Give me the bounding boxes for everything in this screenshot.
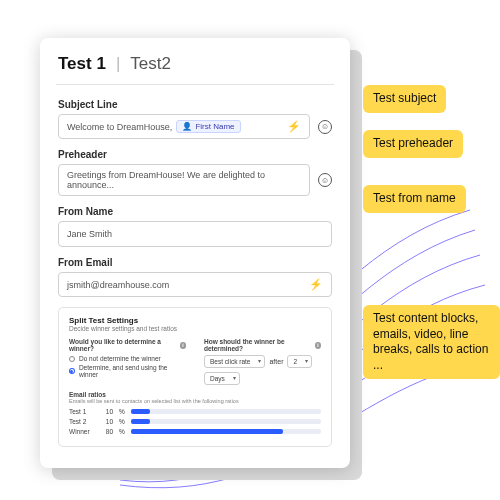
ratios-title: Email ratios — [69, 391, 321, 398]
fromname-value: Jane Smith — [67, 229, 112, 239]
after-label: after — [269, 358, 283, 365]
fromemail-input[interactable]: jsmith@dreamhouse.com ⚡ — [58, 272, 332, 297]
ratio-name: Test 1 — [69, 408, 95, 415]
tab-test2[interactable]: Test2 — [130, 54, 171, 74]
duration-unit-select[interactable]: Days — [204, 372, 240, 385]
radio-determine-winner[interactable]: Determine, and send using the winner — [69, 364, 186, 378]
split-test-settings: Split Test Settings Decide winner settin… — [58, 307, 332, 447]
radio-no-winner[interactable]: Do not determine the winner — [69, 355, 186, 362]
settings-subtitle: Decide winner settings and test ratios — [69, 325, 321, 332]
subject-input[interactable]: Welcome to DreamHouse, First Name ⚡ — [58, 114, 310, 139]
divider — [56, 84, 334, 85]
tab-test1[interactable]: Test 1 — [58, 54, 106, 74]
ratio-row: Test 110% — [69, 408, 321, 415]
annotation-fromname: Test from name — [363, 185, 466, 213]
ratio-row: Winner80% — [69, 428, 321, 435]
personalize-icon[interactable]: ⚡ — [303, 278, 323, 291]
metric-select[interactable]: Best click rate — [204, 355, 265, 368]
ratios-subtitle: Emails will be sent to contacts on selec… — [69, 398, 321, 404]
emoji-picker-icon[interactable] — [318, 120, 332, 134]
annotation-content: Test content blocks, emails, video, line… — [363, 305, 500, 379]
subject-value: Welcome to DreamHouse, — [67, 122, 172, 132]
ratio-pct: 10 — [101, 418, 113, 425]
ratio-track[interactable] — [131, 419, 321, 424]
preheader-value: Greetings from DreamHouse! We are deligh… — [67, 170, 301, 190]
ratio-name: Test 2 — [69, 418, 95, 425]
info-icon[interactable]: i — [180, 342, 186, 349]
ratio-pct: 80 — [101, 428, 113, 435]
winner-question: Would you like to determine a winner?i — [69, 338, 186, 352]
fromemail-value: jsmith@dreamhouse.com — [67, 280, 169, 290]
ratio-name: Winner — [69, 428, 95, 435]
annotation-subject: Test subject — [363, 85, 446, 113]
ratio-track[interactable] — [131, 409, 321, 414]
preheader-label: Preheader — [58, 149, 332, 160]
how-winner-question: How should the winner be determined?i — [204, 338, 321, 352]
ratio-track[interactable] — [131, 429, 321, 434]
ab-test-panel: Test 1 | Test2 Subject Line Welcome to D… — [40, 38, 350, 468]
fromemail-label: From Email — [58, 257, 332, 268]
merge-token-firstname[interactable]: First Name — [176, 120, 240, 133]
tab-separator: | — [116, 54, 120, 74]
annotation-preheader: Test preheader — [363, 130, 463, 158]
settings-title: Split Test Settings — [69, 316, 321, 325]
subject-label: Subject Line — [58, 99, 332, 110]
test-tabs: Test 1 | Test2 — [58, 54, 332, 74]
fromname-input[interactable]: Jane Smith — [58, 221, 332, 247]
preheader-input[interactable]: Greetings from DreamHouse! We are deligh… — [58, 164, 310, 196]
emoji-picker-icon[interactable] — [318, 173, 332, 187]
ratio-row: Test 210% — [69, 418, 321, 425]
personalize-icon[interactable]: ⚡ — [281, 120, 301, 133]
fromname-label: From Name — [58, 206, 332, 217]
duration-value-select[interactable]: 2 — [287, 355, 312, 368]
ratio-pct: 10 — [101, 408, 113, 415]
info-icon[interactable]: i — [315, 342, 321, 349]
